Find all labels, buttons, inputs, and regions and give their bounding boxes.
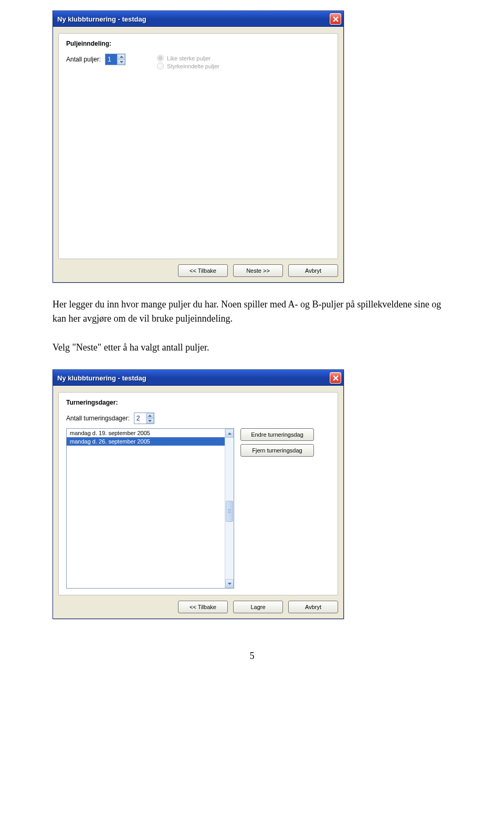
scrollbar-thumb[interactable]: [226, 501, 233, 522]
scroll-up-icon[interactable]: [225, 429, 234, 438]
scrollbar-track[interactable]: [225, 438, 234, 579]
next-button[interactable]: Neste >>: [233, 264, 283, 277]
content-panel: Puljeinndeling: Antall puljer:: [58, 33, 338, 259]
radio-styrkeinndelte: Styrkeinndelte puljer: [157, 63, 219, 69]
button-row: << Tilbake Neste >> Avbryt: [58, 264, 338, 277]
titlebar[interactable]: Ny klubbturnering - testdag: [53, 370, 343, 386]
page-number: 5: [52, 651, 452, 662]
scroll-down-icon[interactable]: [225, 579, 234, 588]
back-button[interactable]: << Tilbake: [178, 264, 228, 277]
radio-like-sterke: Like sterke puljer: [157, 55, 219, 61]
antall-dager-input[interactable]: [134, 413, 146, 424]
dialog-turneringsdager: Ny klubbturnering - testdag Turneringsda…: [52, 369, 344, 619]
dialog-puljeinndeling: Ny klubbturnering - testdag Puljeinndeli…: [52, 11, 344, 283]
client-area: Turneringsdager: Antall turneringsdager:…: [53, 386, 343, 619]
radio-like-sterke-input: [157, 55, 164, 61]
list-item[interactable]: mandag d. 19. september 2005: [67, 429, 225, 437]
window-title: Ny klubbturnering - testdag: [57, 15, 146, 23]
remove-day-button[interactable]: Fjern turneringsdag: [240, 444, 314, 457]
cancel-button[interactable]: Avbryt: [288, 264, 338, 277]
field-label-puljer: Antall puljer:: [66, 56, 101, 63]
close-button[interactable]: [330, 372, 341, 384]
puljetype-radio-group: Like sterke puljer Styrkeinndelte puljer: [157, 54, 219, 70]
section-title: Turneringsdager:: [66, 399, 330, 406]
radio-styrkeinndelte-input: [157, 63, 164, 69]
window-title: Ny klubbturnering - testdag: [57, 374, 146, 382]
antall-puljer-stepper[interactable]: [105, 54, 125, 65]
antall-puljer-input[interactable]: [106, 54, 117, 65]
client-area: Puljeinndeling: Antall puljer:: [53, 27, 343, 282]
spin-up-icon[interactable]: [146, 413, 154, 418]
antall-dager-stepper[interactable]: [134, 413, 154, 424]
field-label-dager: Antall turneringsdager:: [66, 415, 130, 422]
section-title: Puljeinndeling:: [66, 40, 330, 47]
save-button[interactable]: Lagre: [233, 601, 283, 613]
back-button[interactable]: << Tilbake: [178, 601, 228, 613]
radio-like-sterke-label: Like sterke puljer: [167, 55, 211, 61]
content-panel: Turneringsdager: Antall turneringsdager:…: [58, 392, 338, 595]
button-row: << Tilbake Lagre Avbryt: [58, 601, 338, 613]
scrollbar[interactable]: [225, 429, 234, 588]
document-paragraph-1: Her legger du inn hvor mange puljer du h…: [52, 297, 452, 326]
spin-down-icon[interactable]: [118, 59, 125, 65]
spin-down-icon[interactable]: [146, 418, 154, 424]
list-item[interactable]: mandag d. 26. september 2005: [67, 437, 225, 446]
close-button[interactable]: [330, 13, 341, 25]
cancel-button[interactable]: Avbryt: [288, 601, 338, 613]
titlebar[interactable]: Ny klubbturnering - testdag: [53, 11, 343, 27]
document-paragraph-2: Velg "Neste" etter å ha valgt antall pul…: [52, 341, 452, 355]
dager-listbox[interactable]: mandag d. 19. september 2005 mandag d. 2…: [66, 428, 234, 589]
spin-up-icon[interactable]: [118, 54, 125, 59]
edit-day-button[interactable]: Endre turneringsdag: [240, 428, 314, 441]
radio-styrkeinndelte-label: Styrkeinndelte puljer: [167, 63, 219, 69]
